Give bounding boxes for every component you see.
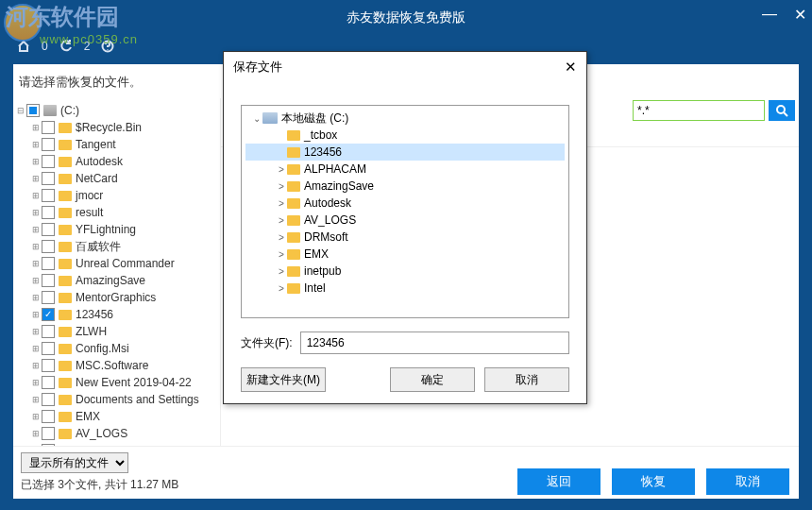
tree-item[interactable]: ⊞Autodesk <box>13 153 220 170</box>
tree-expander[interactable]: ⊞ <box>30 157 42 166</box>
file-tree[interactable]: ⊟ (C:) ⊞$Recycle.Bin⊞Tangent⊞Autodesk⊞Ne… <box>13 98 221 446</box>
folder-tree-item[interactable]: 123456 <box>245 144 565 161</box>
tree-expander[interactable]: ⊞ <box>30 429 42 438</box>
tree-item[interactable]: ⊞AV_LOGS <box>13 425 220 442</box>
folder-tree-item[interactable]: >Intel <box>245 280 565 297</box>
tree-item[interactable]: ⊞Documents and Settings <box>13 391 220 408</box>
filter-input[interactable] <box>633 100 765 121</box>
tree-item[interactable]: ⊞MSC.Software <box>13 357 220 374</box>
view-dropdown[interactable]: 显示所有的文件 <box>21 452 128 473</box>
folder-expander[interactable]: > <box>276 181 287 192</box>
tree-expander[interactable]: ⊞ <box>30 191 42 200</box>
tree-expander[interactable]: ⊞ <box>30 259 42 268</box>
tree-expander[interactable]: ⊞ <box>30 225 42 234</box>
tree-checkbox[interactable] <box>42 427 55 440</box>
tree-checkbox[interactable] <box>42 121 55 134</box>
cancel-button-dialog[interactable]: 取消 <box>484 367 569 392</box>
tree-expander[interactable]: ⊞ <box>30 378 42 387</box>
folder-expander[interactable]: > <box>276 215 287 226</box>
tree-checkbox[interactable] <box>42 138 55 151</box>
ok-button[interactable]: 确定 <box>390 367 475 392</box>
folder-expander[interactable]: > <box>276 249 287 260</box>
tree-checkbox[interactable] <box>42 223 55 236</box>
folder-tree-item[interactable]: >EMX <box>245 246 565 263</box>
close-button[interactable]: ✕ <box>794 6 806 24</box>
tree-checkbox[interactable] <box>42 376 55 389</box>
tree-item[interactable]: ⊞ZLWH <box>13 323 220 340</box>
tree-expander[interactable]: ⊞ <box>30 276 42 285</box>
tree-expander[interactable]: ⊞ <box>30 208 42 217</box>
folder-tree-expander[interactable]: ⌄ <box>251 113 262 124</box>
tree-expander[interactable]: ⊞ <box>30 310 42 319</box>
tree-expander[interactable]: ⊞ <box>30 412 42 421</box>
search-button[interactable] <box>769 100 795 121</box>
folder-tree-item[interactable]: >DRMsoft <box>245 229 565 246</box>
dialog-titlebar[interactable]: 保存文件 ✕ <box>224 52 586 82</box>
tree-checkbox[interactable] <box>42 155 55 168</box>
tree-checkbox[interactable] <box>42 444 55 446</box>
recover-button[interactable]: 恢复 <box>612 468 695 495</box>
folder-icon <box>59 293 72 303</box>
folder-field-input[interactable] <box>300 332 569 354</box>
folder-tree-item[interactable]: >AV_LOGS <box>245 212 565 229</box>
folder-tree-item[interactable]: >AmazingSave <box>245 178 565 195</box>
tree-item[interactable]: ⊞YFLightning <box>13 221 220 238</box>
cancel-button[interactable]: 取消 <box>706 468 789 495</box>
tree-checkbox[interactable] <box>42 410 55 423</box>
tree-checkbox[interactable] <box>42 291 55 304</box>
tree-checkbox-root[interactable] <box>26 104 40 117</box>
tree-expander[interactable]: ⊞ <box>30 344 42 353</box>
tree-expander[interactable]: ⊞ <box>30 361 42 370</box>
tree-expander[interactable]: ⊞ <box>30 174 42 183</box>
tree-item[interactable]: ⊞AmazingSave <box>13 272 220 289</box>
folder-tree-item[interactable]: >Autodesk <box>245 195 565 212</box>
tree-expander[interactable]: ⊞ <box>30 140 42 149</box>
tree-item[interactable]: ⊞result <box>13 204 220 221</box>
folder-tree[interactable]: ⌄ 本地磁盘 (C:) _tcbox123456>ALPHACAM>Amazin… <box>241 105 569 318</box>
tree-expander[interactable]: ⊞ <box>30 123 42 132</box>
tree-item[interactable]: ⊞jmocr <box>13 187 220 204</box>
tree-item[interactable]: ⊞$Recycle.Bin <box>13 119 220 136</box>
new-folder-button[interactable]: 新建文件夹(M) <box>241 367 326 392</box>
tree-item[interactable]: ⊞百威软件 <box>13 238 220 255</box>
tree-item[interactable]: ⊞EMX <box>13 408 220 425</box>
dialog-title: 保存文件 <box>233 59 282 76</box>
folder-tree-item[interactable]: >inetpub <box>245 263 565 280</box>
drive-icon <box>43 105 57 116</box>
tree-checkbox[interactable] <box>42 189 55 202</box>
tree-expander[interactable]: ⊞ <box>30 242 42 251</box>
tree-checkbox[interactable] <box>42 359 55 372</box>
tree-checkbox[interactable] <box>42 325 55 338</box>
tree-item[interactable]: ⊞Tangent <box>13 136 220 153</box>
folder-icon <box>287 130 300 141</box>
folder-tree-item[interactable]: _tcbox <box>245 127 565 144</box>
tree-checkbox[interactable] <box>42 240 55 253</box>
tree-item[interactable]: ⊞Unreal Commander <box>13 255 220 272</box>
tree-checkbox[interactable] <box>42 172 55 185</box>
tree-checkbox[interactable] <box>42 393 55 406</box>
minimize-button[interactable]: — <box>762 6 777 24</box>
tree-item[interactable]: ⊞MentorGraphics <box>13 289 220 306</box>
tree-checkbox[interactable] <box>42 274 55 287</box>
folder-expander[interactable]: > <box>276 164 287 175</box>
folder-expander[interactable]: > <box>276 232 287 243</box>
tree-item[interactable]: ⊞Config.Msi <box>13 340 220 357</box>
tree-item[interactable]: ⊞123456 <box>13 306 220 323</box>
tree-item[interactable]: ⊞NetCard <box>13 170 220 187</box>
tree-expander[interactable]: ⊞ <box>30 395 42 404</box>
folder-expander[interactable]: > <box>276 266 287 277</box>
dialog-close-button[interactable]: ✕ <box>565 59 577 76</box>
tree-checkbox[interactable] <box>42 206 55 219</box>
tree-expander[interactable]: ⊟ <box>15 106 26 115</box>
tree-expander[interactable]: ⊞ <box>30 327 42 336</box>
tree-expander[interactable]: ⊞ <box>30 293 42 302</box>
tree-checkbox[interactable] <box>42 257 55 270</box>
folder-expander[interactable]: > <box>276 198 287 209</box>
home-icon[interactable] <box>17 40 30 53</box>
back-button[interactable]: 返回 <box>517 468 601 495</box>
tree-checkbox[interactable] <box>42 308 55 321</box>
tree-checkbox[interactable] <box>42 342 55 355</box>
tree-item[interactable]: ⊞New Event 2019-04-22 <box>13 374 220 391</box>
folder-expander[interactable]: > <box>276 283 287 294</box>
folder-tree-item[interactable]: >ALPHACAM <box>245 161 565 178</box>
